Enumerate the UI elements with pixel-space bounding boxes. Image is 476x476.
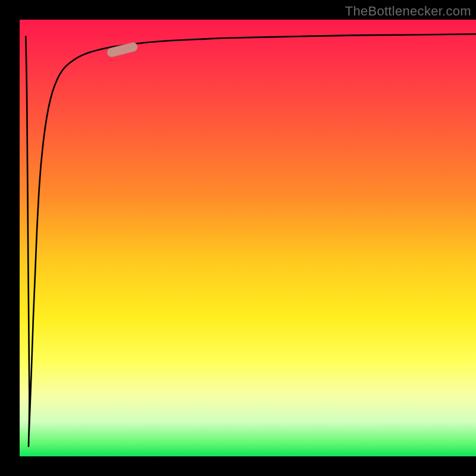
plot-background-gradient	[20, 20, 476, 456]
plot-svg	[20, 20, 476, 456]
curve-highlight-marker	[107, 42, 139, 58]
chart-frame: TheBottlenecker.com	[0, 0, 476, 476]
bottleneck-curve	[26, 34, 476, 446]
attribution-watermark: TheBottlenecker.com	[345, 4, 471, 19]
